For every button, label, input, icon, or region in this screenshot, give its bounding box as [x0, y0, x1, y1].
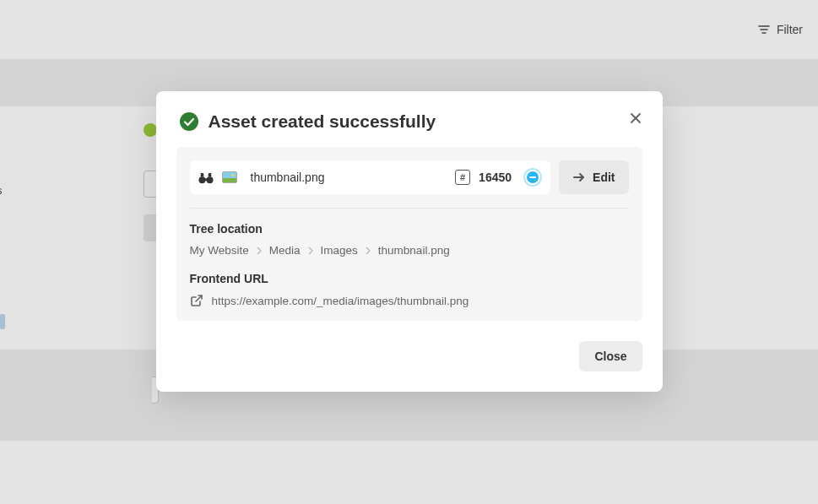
modal-header: Asset created successfully	[156, 91, 663, 147]
chevron-right-icon	[256, 247, 263, 255]
frontend-url-label: Frontend URL	[190, 272, 629, 285]
success-modal: Asset created successfully	[156, 91, 663, 392]
frontend-url-row: https://example.com/_media/images/thumbn…	[190, 294, 629, 307]
modal-footer: Close	[156, 341, 663, 392]
breadcrumb-item[interactable]: Images	[321, 244, 358, 257]
chevron-right-icon	[365, 247, 371, 255]
success-check-icon	[180, 112, 198, 131]
asset-id: 16450	[479, 171, 512, 184]
arrow-right-icon	[572, 171, 586, 184]
binoculars-icon[interactable]	[198, 171, 214, 184]
svg-rect-9	[200, 173, 203, 177]
tree-location-label: Tree location	[190, 222, 629, 236]
chevron-right-icon	[307, 247, 314, 255]
svg-rect-10	[208, 173, 211, 177]
frontend-url-text[interactable]: https://example.com/_media/images/thumbn…	[212, 295, 469, 307]
breadcrumb-item[interactable]: Media	[269, 244, 301, 257]
image-thumbnail-icon	[222, 171, 237, 183]
external-link-icon[interactable]	[190, 294, 203, 307]
edit-button-label: Edit	[593, 171, 615, 184]
edit-button[interactable]: Edit	[559, 160, 628, 194]
breadcrumb-item: thumbnail.png	[378, 244, 450, 257]
svg-point-5	[180, 112, 198, 131]
modal-overlay: Asset created successfully	[0, 0, 818, 504]
divider	[190, 208, 629, 209]
asset-info-panel: thumbnail.png # 16450 Edit	[176, 147, 642, 321]
svg-rect-8	[204, 178, 208, 181]
close-button-label: Close	[594, 350, 626, 363]
close-icon-button[interactable]	[624, 106, 647, 130]
svg-line-12	[196, 295, 202, 301]
id-hash-icon: #	[455, 170, 470, 185]
breadcrumb: My Website Media Images thumbnail.png	[190, 244, 629, 257]
asset-filename: thumbnail.png	[251, 171, 447, 184]
asset-summary: thumbnail.png # 16450	[190, 160, 551, 194]
modal-title: Asset created successfully	[209, 111, 436, 132]
close-button[interactable]: Close	[579, 341, 642, 371]
breadcrumb-item[interactable]: My Website	[190, 244, 249, 257]
status-badge[interactable]	[523, 168, 542, 187]
close-icon	[629, 111, 642, 125]
